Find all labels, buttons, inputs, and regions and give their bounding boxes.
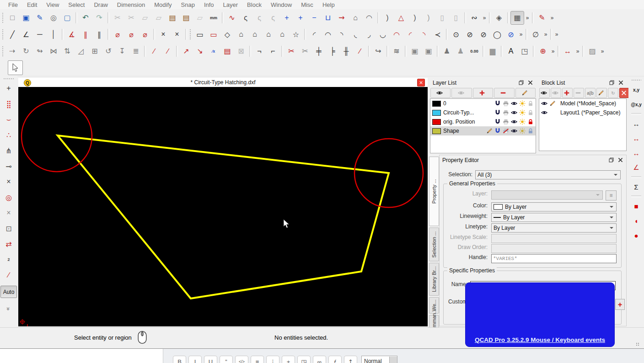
float-panel-icon[interactable]: [608, 157, 614, 163]
corner-round-button[interactable]: ⌐: [266, 44, 280, 58]
line-two-points-button[interactable]: ╱: [5, 27, 19, 41]
show-all-layers-button[interactable]: [430, 88, 451, 98]
overlay-link[interactable]: QCAD Pro 3.25.2.9 Mouse / Keyboard event…: [466, 336, 614, 343]
pdf-export-button[interactable]: ▢: [60, 11, 74, 25]
line-horizontal-button[interactable]: ─: [33, 27, 47, 41]
code-button[interactable]: </>: [235, 356, 248, 363]
rename-block-button[interactable]: a|b: [585, 88, 596, 98]
layer-list[interactable]: 0Circuit-Typ...orig. PositionShape: [430, 98, 536, 153]
line-parallel-through-point-button[interactable]: ∥: [92, 27, 106, 41]
unit-converter-button[interactable]: mm: [207, 11, 220, 25]
rotate-two-centers-button[interactable]: ↺: [102, 44, 115, 58]
line-tangent-point-circle-button[interactable]: ⌀: [111, 27, 124, 41]
measure-button[interactable]: ↔: [561, 44, 574, 58]
move-rotate-button[interactable]: ↬: [33, 44, 47, 58]
circle-center-radius-button[interactable]: ◯: [490, 27, 504, 41]
add-block-button[interactable]: [562, 88, 573, 98]
extend-button[interactable]: ↗: [179, 44, 193, 58]
reverse-button[interactable]: ↪: [371, 44, 385, 58]
arc-start-end-radius-button[interactable]: ◝: [335, 27, 349, 41]
hide-all-layers-button[interactable]: [451, 88, 472, 98]
line-to-polyline-button[interactable]: ): [408, 11, 422, 25]
info-distance-entity-point-button[interactable]: ↔: [629, 131, 643, 145]
edit-block-a-button[interactable]: ▣: [408, 44, 422, 58]
snap-auto-button[interactable]: Auto: [0, 286, 17, 298]
center-mark-button[interactable]: ⊕: [536, 44, 550, 58]
arrange-order-button[interactable]: ≣: [129, 44, 143, 58]
snap-coordinate-button[interactable]: ∕: [1, 268, 16, 282]
rectangle-size-button[interactable]: ▭: [207, 27, 220, 41]
event-overlay[interactable]: QCAD Pro 3.25.2.9 Mouse / Keyboard event…: [465, 282, 615, 347]
snap-free-button[interactable]: +: [1, 81, 16, 96]
remove-block-button[interactable]: [574, 88, 584, 98]
line-bisector-button[interactable]: ∡: [65, 27, 79, 41]
toolbar-grip[interactable]: [2, 29, 4, 40]
quote-button[interactable]: ”: [220, 356, 233, 363]
undo-button[interactable]: ↶: [79, 11, 92, 25]
draw-star-button[interactable]: ☆: [289, 27, 303, 41]
info-arc-area-button[interactable]: ◖: [629, 214, 643, 228]
formula-button[interactable]: ƒ: [328, 356, 342, 363]
polyline-insert-node-button[interactable]: +: [280, 11, 294, 25]
text-button[interactable]: A: [504, 44, 518, 58]
polygon-two-points-button[interactable]: ◇: [220, 27, 234, 41]
menu-info[interactable]: Info: [199, 1, 219, 9]
polyline-delete-node-button[interactable]: −: [307, 11, 321, 25]
paragraph-style-select[interactable]: Normal: [361, 356, 397, 363]
float-panel-icon[interactable]: [518, 80, 524, 86]
selection-tool-button[interactable]: [8, 60, 23, 75]
polyline-arc-fit-button[interactable]: ◠: [362, 11, 376, 25]
menu-misc[interactable]: Misc: [296, 1, 318, 9]
link-button[interactable]: ∞: [313, 356, 326, 363]
polyline-morph-button[interactable]: ⇝: [335, 11, 349, 25]
rotate-button[interactable]: ↻: [19, 44, 33, 58]
toolbar-overflow-chevron[interactable]: »: [518, 31, 524, 38]
dock-tab-selection[interactable]: Selection ...: [429, 228, 439, 261]
menu-help[interactable]: Help: [318, 1, 339, 9]
arc-three-points-button[interactable]: ◠: [321, 27, 335, 41]
toolbar-grip[interactable]: [631, 79, 641, 81]
float-panel-icon[interactable]: [609, 80, 615, 86]
menu-file[interactable]: File: [4, 1, 22, 9]
info-distance-entity-entity-button[interactable]: ↔: [629, 146, 643, 160]
snap-intersection-auto-button[interactable]: ×: [1, 174, 16, 189]
handle-input[interactable]: [491, 254, 617, 263]
menu-block[interactable]: Block: [242, 1, 266, 9]
info-angle-button[interactable]: ∠: [629, 161, 643, 174]
lengthen-button[interactable]: ∕: [161, 44, 175, 58]
line-free-button[interactable]: ×: [170, 27, 184, 41]
circle-three-points-button[interactable]: ⊘: [477, 27, 490, 41]
layer-row-shape[interactable]: Shape: [430, 126, 536, 135]
break-line-button[interactable]: ∕: [353, 44, 367, 58]
mirror-button[interactable]: ⋈: [47, 44, 60, 58]
polygon-center-side-button[interactable]: ⌂: [248, 27, 262, 41]
underline-button[interactable]: U: [204, 356, 217, 363]
save-as-button[interactable]: ✎: [33, 11, 47, 25]
snap-intersection-manual-button[interactable]: ×: [1, 206, 16, 220]
toolbar-overflow-chevron[interactable]: »: [5, 307, 12, 310]
limit-button[interactable]: ╞: [326, 44, 339, 58]
polyline-delete-segment-button[interactable]: ⊔: [321, 11, 335, 25]
redo-button[interactable]: ↷: [92, 11, 106, 25]
snap-grid-button[interactable]: ⣿: [1, 97, 16, 111]
toolbar-grip[interactable]: [3, 78, 14, 80]
menu-select[interactable]: Select: [64, 1, 89, 9]
close-icon[interactable]: [617, 157, 623, 163]
line-relative-angle-button[interactable]: ×: [156, 27, 170, 41]
bullet-list-button[interactable]: ≡: [251, 356, 264, 363]
polyline-append-node-button[interactable]: +: [294, 11, 307, 25]
move-copy-button[interactable]: ⇢: [5, 44, 19, 58]
snap-perpendicular-button[interactable]: ⋔: [1, 143, 16, 158]
layer-row-0[interactable]: 0: [430, 99, 536, 108]
insert-block-button[interactable]: ↻: [608, 88, 618, 98]
info-circular-area-button[interactable]: ●: [629, 228, 643, 242]
snap-endpoints-button[interactable]: ⌣: [1, 112, 16, 127]
info-total-length-button[interactable]: Σ: [629, 180, 643, 194]
arc-two-points-radius-button[interactable]: ◡: [376, 27, 390, 41]
arc-center-point-angles-button[interactable]: ◜: [307, 27, 321, 41]
stretch-button[interactable]: ╫: [339, 44, 353, 58]
arc-start-end-angle-button[interactable]: ◟: [349, 27, 362, 41]
toolbar-overflow-chevron[interactable]: »: [574, 48, 581, 54]
insert-image-button[interactable]: ◳: [297, 356, 311, 363]
arc-two-points-height-button[interactable]: ◜: [403, 27, 417, 41]
